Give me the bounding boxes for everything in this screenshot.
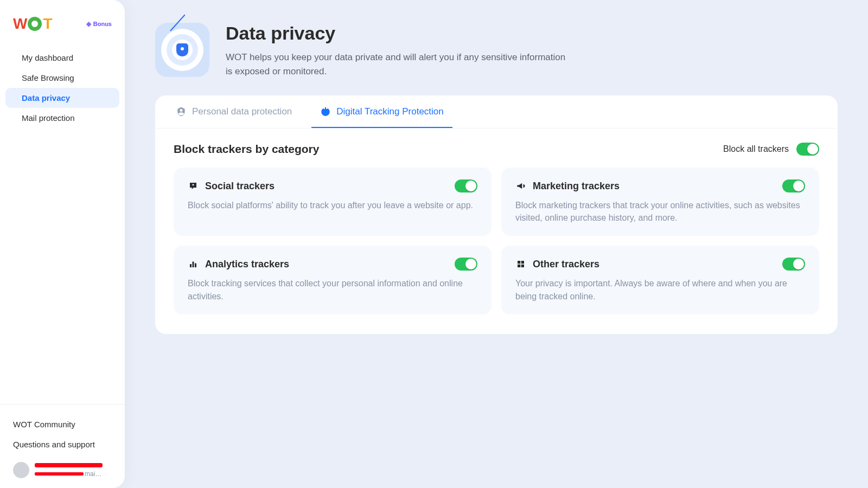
tracker-desc: Block social platforms' ability to track… — [188, 199, 477, 211]
gem-icon: ◆ — [86, 20, 91, 28]
bonus-button[interactable]: ◆ Bonus — [86, 20, 112, 28]
svg-point-0 — [193, 184, 194, 185]
bonus-label: Bonus — [93, 21, 112, 27]
block-all-label: Block all trackers — [723, 144, 789, 154]
nav: My dashboard Safe Browsing Data privacy … — [0, 38, 125, 128]
tracker-title: Marketing trackers — [533, 181, 620, 192]
tracker-desc: Your privacy is important. Always be awa… — [515, 277, 805, 302]
account-row[interactable]: mai… — [13, 454, 112, 478]
tracker-tile-other: Other trackers Your privacy is important… — [501, 246, 819, 314]
main-content: Data privacy WOT helps you keep your dat… — [125, 0, 868, 488]
tracker-tile-social: Social trackers Block social platforms' … — [174, 168, 492, 236]
redacted-name — [35, 463, 103, 467]
svg-rect-7 — [521, 265, 524, 267]
tab-digital-label: Digital Tracking Protection — [336, 106, 443, 117]
logo[interactable]: WT — [13, 15, 52, 33]
sidebar-item-safe-browsing[interactable]: Safe Browsing — [5, 68, 119, 88]
tracker-title: Analytics trackers — [205, 259, 289, 270]
svg-rect-4 — [518, 261, 520, 264]
power-icon — [320, 106, 331, 117]
shield-icon — [176, 43, 188, 56]
page-description: WOT helps you keep your data private and… — [226, 50, 573, 78]
tracker-title: Social trackers — [205, 181, 275, 192]
bar-chart-icon — [188, 259, 199, 269]
tracker-tile-marketing: Marketing trackers Block marketing track… — [501, 168, 819, 236]
analytics-toggle[interactable] — [455, 258, 477, 271]
tabs: Personal data protection Digital Trackin… — [155, 95, 838, 129]
redacted-email — [35, 472, 84, 476]
tracker-title: Other trackers — [533, 259, 599, 270]
sidebar-link-community[interactable]: WOT Community — [13, 414, 112, 434]
svg-rect-5 — [521, 261, 524, 264]
tracker-tile-analytics: Analytics trackers Block tracking servic… — [174, 246, 492, 314]
block-all-toggle[interactable] — [796, 143, 819, 156]
email-tail: mai… — [85, 470, 101, 478]
tracker-desc: Block marketing trackers that track your… — [515, 199, 805, 224]
sidebar-item-data-privacy[interactable]: Data privacy — [5, 88, 119, 108]
sidebar-item-mail-protection[interactable]: Mail protection — [5, 108, 119, 128]
account-info: mai… — [35, 463, 112, 478]
sidebar: WT ◆ Bonus My dashboard Safe Browsing Da… — [0, 0, 125, 488]
sidebar-link-support[interactable]: Questions and support — [13, 434, 112, 454]
tracker-desc: Block tracking services that collect you… — [188, 277, 477, 302]
svg-rect-1 — [190, 264, 192, 267]
svg-rect-6 — [518, 265, 520, 267]
other-toggle[interactable] — [782, 258, 805, 271]
page-title: Data privacy — [226, 23, 573, 44]
sidebar-item-dashboard[interactable]: My dashboard — [5, 48, 119, 68]
megaphone-icon — [515, 181, 526, 191]
tab-personal-label: Personal data protection — [192, 106, 292, 117]
svg-rect-2 — [193, 262, 194, 268]
grid-icon — [515, 259, 526, 269]
privacy-card: Personal data protection Digital Trackin… — [155, 95, 838, 334]
tab-digital-tracking[interactable]: Digital Tracking Protection — [311, 95, 452, 128]
social-icon — [188, 181, 199, 191]
person-shield-icon — [176, 106, 187, 117]
social-toggle[interactable] — [455, 179, 477, 192]
marketing-toggle[interactable] — [782, 179, 805, 192]
tab-personal-data[interactable]: Personal data protection — [167, 95, 301, 128]
avatar — [13, 462, 29, 478]
svg-rect-3 — [195, 264, 196, 268]
section-title: Block trackers by category — [174, 143, 319, 156]
page-hero-icon — [155, 23, 209, 77]
